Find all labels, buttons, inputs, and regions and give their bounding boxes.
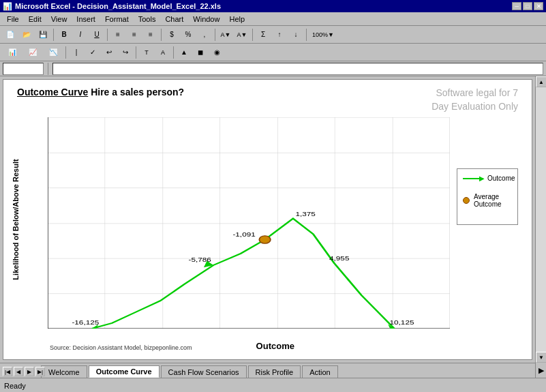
chart-source: Source: Decision Assistant Model, bizpep… bbox=[50, 344, 192, 351]
menu-tools[interactable]: Tools bbox=[134, 14, 160, 24]
app-icon: 📊 bbox=[3, 2, 12, 11]
bold-btn[interactable]: B bbox=[57, 28, 72, 42]
tab-last-btn[interactable]: ▶| bbox=[35, 367, 45, 376]
scroll-down-btn[interactable]: ▼ bbox=[536, 352, 546, 363]
legend-avg: Average Outcome bbox=[463, 193, 512, 208]
currency-btn[interactable]: $ bbox=[164, 28, 179, 42]
chart-tool-12[interactable]: ◉ bbox=[209, 46, 224, 59]
menu-chart[interactable]: Chart bbox=[161, 14, 187, 24]
menu-file[interactable]: File bbox=[3, 14, 23, 24]
legend: ▶ Outcome Average Outcome bbox=[457, 168, 518, 225]
name-box[interactable] bbox=[3, 63, 44, 75]
sep1 bbox=[53, 29, 54, 41]
italic-btn[interactable]: I bbox=[73, 28, 88, 42]
chart-title: Outcome Curve Hire a sales person? bbox=[17, 87, 184, 97]
comma-btn[interactable]: , bbox=[197, 28, 212, 42]
svg-text:1,375: 1,375 bbox=[295, 211, 316, 217]
legend-avg-label: Average Outcome bbox=[474, 193, 502, 208]
save-btn[interactable]: 💾 bbox=[35, 28, 50, 42]
svg-text:10,125: 10,125 bbox=[390, 320, 414, 326]
x-axis-label: Outcome bbox=[256, 341, 294, 351]
formula-bar bbox=[0, 61, 546, 76]
fill-color-btn[interactable]: A▼ bbox=[218, 28, 233, 42]
sort-desc-btn[interactable]: ↓ bbox=[288, 28, 303, 42]
title-left: 📊 Microsoft Excel - Decision_Assistant_M… bbox=[3, 2, 221, 11]
tab-prev-btn[interactable]: ◀ bbox=[14, 367, 23, 376]
tab-cashflow[interactable]: Cash Flow Scenarios bbox=[161, 365, 247, 378]
tab-risk-profile[interactable]: Risk Profile bbox=[248, 365, 301, 378]
tab-first-btn[interactable]: |◀ bbox=[3, 367, 12, 376]
main-area: Outcome Curve Hire a sales person? Softw… bbox=[0, 76, 546, 363]
svg-text:-16,125: -16,125 bbox=[72, 320, 99, 326]
sep5 bbox=[252, 29, 253, 41]
tab-bar: |◀ ◀ ▶ ▶| Welcome Outcome Curve Cash Flo… bbox=[0, 363, 546, 378]
menu-insert[interactable]: Insert bbox=[72, 14, 100, 24]
tab-outcome-curve[interactable]: Outcome Curve bbox=[89, 365, 160, 378]
menu-bar: File Edit View Insert Format Tools Chart… bbox=[0, 12, 546, 26]
tab-next-btn[interactable]: ▶ bbox=[25, 367, 34, 376]
legend-outcome-label: Outcome bbox=[487, 175, 515, 182]
scroll-up-btn[interactable]: ▲ bbox=[536, 76, 546, 87]
chart-toolbar: 📊 📈 📉 | ✓ ↩ ↪ T A ▲ ◼ ◉ bbox=[0, 44, 546, 61]
menu-edit[interactable]: Edit bbox=[25, 14, 46, 24]
chart-title-rest: Hire a sales person? bbox=[88, 87, 184, 97]
menu-view[interactable]: View bbox=[47, 14, 72, 24]
new-btn[interactable]: 📄 bbox=[3, 28, 18, 42]
sep2 bbox=[107, 29, 108, 41]
maximize-btn[interactable]: □ bbox=[523, 2, 532, 10]
formula-sep bbox=[48, 63, 48, 75]
sep3 bbox=[161, 29, 162, 41]
percent-btn[interactable]: % bbox=[181, 28, 196, 42]
tab-nav: |◀ ◀ ▶ ▶| bbox=[3, 367, 45, 376]
chart-sep2 bbox=[136, 46, 136, 59]
chart-tool-10[interactable]: ▲ bbox=[177, 46, 192, 59]
menu-format[interactable]: Format bbox=[101, 14, 133, 24]
chart-tool-7[interactable]: ↪ bbox=[118, 46, 133, 59]
chart-tool-1[interactable]: 📊 bbox=[3, 46, 22, 59]
menu-help[interactable]: Help bbox=[225, 14, 249, 24]
tab-action[interactable]: Action bbox=[302, 365, 338, 378]
chart-tool-5[interactable]: ✓ bbox=[85, 46, 100, 59]
chart-tool-2[interactable]: 📈 bbox=[23, 46, 42, 59]
chart-tool-9[interactable]: A bbox=[155, 46, 170, 59]
svg-text:-5,786: -5,786 bbox=[189, 257, 212, 263]
status-text: Ready bbox=[4, 382, 26, 390]
minimize-btn[interactable]: ─ bbox=[512, 2, 521, 10]
align-right-btn[interactable]: ≡ bbox=[143, 28, 158, 42]
underline-btn[interactable]: U bbox=[89, 28, 104, 42]
chart-tool-8[interactable]: T bbox=[139, 46, 154, 59]
status-bar: Ready bbox=[0, 378, 546, 392]
chart-sep1 bbox=[65, 46, 66, 59]
chart-tool-6[interactable]: ↩ bbox=[102, 46, 117, 59]
legend-avg-dot bbox=[463, 197, 470, 204]
formula-input[interactable] bbox=[52, 63, 543, 75]
sum-btn[interactable]: Σ bbox=[256, 28, 271, 42]
scroll-track[interactable] bbox=[536, 87, 546, 352]
tab-scroll-right[interactable]: ▶ bbox=[535, 363, 546, 378]
title-bar: 📊 Microsoft Excel - Decision_Assistant_M… bbox=[0, 0, 546, 12]
chart-tool-3[interactable]: 📉 bbox=[44, 46, 63, 59]
window-title: Microsoft Excel - Decision_Assistant_Mod… bbox=[15, 2, 221, 10]
align-center-btn[interactable]: ≡ bbox=[127, 28, 142, 42]
zoom-btn[interactable]: 100%▼ bbox=[309, 28, 337, 42]
svg-text:4,955: 4,955 bbox=[329, 255, 350, 261]
chart-sep3 bbox=[173, 46, 174, 59]
svg-point-20 bbox=[259, 236, 271, 243]
tab-welcome[interactable]: Welcome bbox=[41, 365, 87, 378]
open-btn[interactable]: 📂 bbox=[19, 28, 34, 42]
main-toolbar: 📄 📂 💾 B I U ≡ ≡ ≡ $ % , A▼ A▼ Σ ↑ ↓ 100%… bbox=[0, 26, 546, 44]
sort-asc-btn[interactable]: ↑ bbox=[272, 28, 287, 42]
y-axis-label: Likelihood of Below/Above Result bbox=[12, 158, 20, 281]
sep6 bbox=[306, 29, 307, 41]
watermark: Software legal for 7 Day Evaluation Only bbox=[431, 87, 518, 113]
chart-tool-11[interactable]: ◼ bbox=[193, 46, 208, 59]
font-color-btn[interactable]: A▼ bbox=[234, 28, 249, 42]
close-btn[interactable]: ✕ bbox=[534, 2, 543, 10]
chart-tool-4[interactable]: | bbox=[69, 46, 84, 59]
svg-text:-1,091: -1,091 bbox=[232, 232, 256, 238]
right-scrollbar[interactable]: ▲ ▼ bbox=[535, 76, 546, 363]
align-left-btn[interactable]: ≡ bbox=[110, 28, 125, 42]
chart-container[interactable]: Outcome Curve Hire a sales person? Softw… bbox=[3, 79, 532, 360]
chart-title-underline: Outcome Curve bbox=[17, 87, 88, 97]
menu-window[interactable]: Window bbox=[189, 14, 224, 24]
